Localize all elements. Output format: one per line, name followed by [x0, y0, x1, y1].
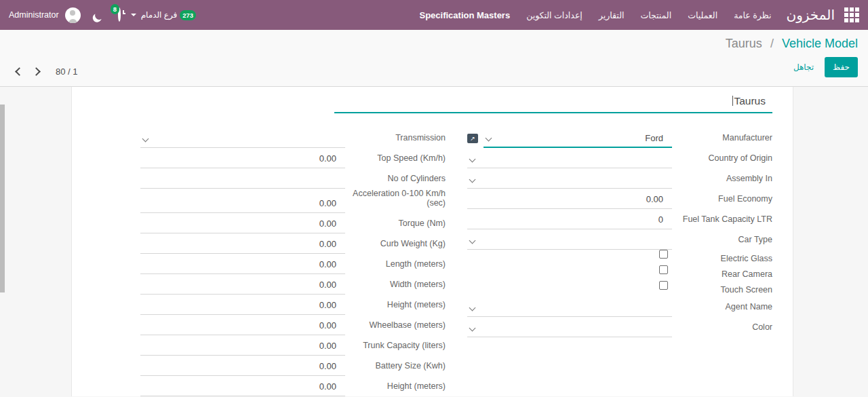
- menu-item-نظرة-عامة[interactable]: نظرة عامة: [734, 10, 771, 20]
- height-meters-input[interactable]: 0.00: [140, 381, 345, 396]
- save-button[interactable]: حفظ: [825, 57, 858, 77]
- field-row-length-meters: Length (meters)0.00: [140, 254, 446, 274]
- label-torque-nm: Torque (Nm): [345, 219, 446, 233]
- group-specs: TransmissionTop Speed (Km/h)0.00No of Cy…: [140, 128, 446, 396]
- color-input[interactable]: [467, 322, 672, 337]
- torque-nm-value: 0.00: [154, 218, 336, 229]
- user-menu[interactable]: Administrator: [9, 10, 59, 20]
- touch-screen-checkbox[interactable]: [659, 281, 668, 290]
- label-agent-name: Agent Name: [672, 302, 772, 317]
- height-meters-input[interactable]: 0.00: [140, 299, 345, 315]
- pager: 80 / 1: [16, 67, 78, 77]
- label-country-of-origin: Country of Origin: [672, 153, 772, 168]
- control-panel: Taurus / Vehicle Model حفظ تجاهل 80 / 1: [0, 30, 868, 87]
- field-row-top-speed-km-h: Top Speed (Km/h)0.00: [140, 148, 446, 168]
- vertical-scrollbar[interactable]: [0, 105, 5, 292]
- assembly-in-value: [481, 173, 663, 185]
- wheelbase-meters-input[interactable]: 0.00: [140, 320, 345, 335]
- manufacturer-dropdown-chevron-icon[interactable]: [486, 135, 492, 142]
- breadcrumb: Taurus / Vehicle Model: [0, 37, 858, 51]
- acceleration-0-100-km-h-sec-value: 0.00: [154, 197, 336, 209]
- label-width-meters: Width (meters): [345, 280, 446, 295]
- agent-name-value: [481, 301, 663, 313]
- top-speed-km-h-input[interactable]: 0.00: [140, 153, 345, 168]
- agent-name-input[interactable]: [467, 301, 672, 317]
- torque-nm-input[interactable]: 0.00: [140, 218, 345, 233]
- breadcrumb-separator: /: [770, 37, 774, 50]
- transmission-input[interactable]: [140, 132, 345, 148]
- user-avatar[interactable]: [65, 7, 81, 23]
- country-of-origin-value: [481, 153, 663, 164]
- country-of-origin-input[interactable]: [467, 153, 672, 168]
- trunk-capacity-liters-value: 0.00: [154, 340, 336, 352]
- country-of-origin-dropdown-chevron-icon[interactable]: [469, 156, 476, 163]
- field-row-fuel-economy: Fuel Economy0.00: [467, 189, 772, 209]
- field-row-assembly-in: Assembly In: [467, 168, 772, 189]
- pager-previous-icon[interactable]: [15, 67, 24, 76]
- fuel-economy-value: 0.00: [481, 193, 663, 205]
- label-wheelbase-meters: Wheelbase (meters): [345, 320, 446, 335]
- battery-size-kwh-input[interactable]: 0.00: [140, 360, 345, 376]
- activities-menu[interactable]: 8: [118, 9, 121, 21]
- acceleration-0-100-km-h-sec-input[interactable]: 0.00: [140, 197, 345, 213]
- breadcrumb-parent-link[interactable]: Vehicle Model: [782, 37, 858, 50]
- electric-glass-checkbox[interactable]: [659, 250, 668, 259]
- field-row-fuel-tank-capacity-ltr: Fuel Tank Capacity LTR0: [467, 209, 772, 229]
- field-groups: ManufacturerFord↗Country of OriginAssemb…: [140, 128, 772, 396]
- no-of-cylinders-input[interactable]: [140, 173, 345, 189]
- field-row-wheelbase-meters: Wheelbase (meters)0.00: [140, 315, 446, 335]
- menu-item-specification-masters[interactable]: Specification Masters: [420, 10, 511, 20]
- field-row-trunk-capacity-liters: Trunk Capacity (liters)0.00: [140, 335, 446, 356]
- top-navbar: المخزون نظرة عامةالعملياتالمنتجاتالتقاري…: [0, 0, 868, 30]
- car-type-dropdown-chevron-icon[interactable]: [469, 238, 476, 244]
- fuel-tank-capacity-ltr-input[interactable]: 0: [467, 214, 672, 229]
- manufacturer-input[interactable]: Ford: [484, 132, 672, 148]
- field-row-battery-size-kwh: Battery Size (Kwh)0.00: [140, 356, 446, 376]
- field-row-rear-camera: Rear Camera: [467, 265, 772, 281]
- trunk-capacity-liters-input[interactable]: 0.00: [140, 340, 345, 356]
- model-name-value: Taurus: [734, 95, 766, 107]
- branch-selector[interactable]: فرع الدمام: [131, 10, 178, 20]
- systray: Administrator 8 فرع الدمام 273: [9, 7, 187, 23]
- dark-mode-moon-icon[interactable]: [94, 10, 104, 20]
- menu-item-العمليات[interactable]: العمليات: [688, 10, 717, 20]
- app-name-inventory[interactable]: المخزون: [786, 7, 835, 23]
- menu-item-التقارير[interactable]: التقارير: [599, 10, 625, 20]
- control-panel-buttons: حفظ تجاهل: [0, 57, 858, 77]
- car-type-input[interactable]: [467, 234, 672, 250]
- height-meters-value: 0.00: [154, 299, 336, 311]
- label-height-meters: Height (meters): [345, 381, 446, 396]
- assembly-in-dropdown-chevron-icon[interactable]: [469, 176, 476, 183]
- label-curb-weight-kg: Curb Weight (Kg): [345, 239, 446, 254]
- field-row-agent-name: Agent Name: [467, 297, 772, 317]
- messages-count-badge: 273: [180, 10, 196, 20]
- label-battery-size-kwh: Battery Size (Kwh): [345, 361, 446, 376]
- car-type-value: [481, 234, 663, 246]
- agent-name-dropdown-chevron-icon[interactable]: [469, 305, 476, 311]
- main-menu: نظرة عامةالعملياتالمنتجاتالتقاريرإعدادات…: [420, 10, 772, 20]
- width-meters-input[interactable]: 0.00: [140, 279, 345, 295]
- rear-camera-checkbox[interactable]: [659, 265, 668, 274]
- label-no-of-cylinders: No of Cylinders: [345, 174, 446, 189]
- menu-item-إعدادات-التكوين[interactable]: إعدادات التكوين: [526, 10, 583, 20]
- length-meters-input[interactable]: 0.00: [140, 259, 345, 274]
- fuel-economy-input[interactable]: 0.00: [467, 193, 672, 209]
- field-electric-glass: [467, 250, 672, 265]
- pager-value[interactable]: 80 / 1: [56, 67, 78, 77]
- field-row-color: Color: [467, 317, 772, 337]
- field-row-height-meters: Height (meters)0.00: [140, 295, 446, 315]
- apps-menu-icon[interactable]: [844, 7, 859, 22]
- label-fuel-tank-capacity-ltr: Fuel Tank Capacity LTR: [672, 214, 772, 229]
- assembly-in-input[interactable]: [467, 173, 672, 189]
- field-touch-screen: [467, 281, 672, 297]
- pager-next-icon[interactable]: [32, 67, 41, 76]
- field-row-acceleration-0-100-km-h-sec: Acceleration 0-100 Km/h (sec)0.00: [140, 189, 446, 213]
- discard-button[interactable]: تجاهل: [787, 57, 821, 77]
- color-dropdown-chevron-icon[interactable]: [469, 325, 476, 332]
- curb-weight-kg-input[interactable]: 0.00: [140, 238, 345, 254]
- model-name-input[interactable]: Taurus: [334, 94, 772, 113]
- field-row-car-type: Car Type: [467, 229, 772, 250]
- menu-item-المنتجات[interactable]: المنتجات: [640, 10, 671, 20]
- manufacturer-internal-link-icon[interactable]: ↗: [467, 134, 478, 143]
- transmission-dropdown-chevron-icon[interactable]: [142, 136, 149, 143]
